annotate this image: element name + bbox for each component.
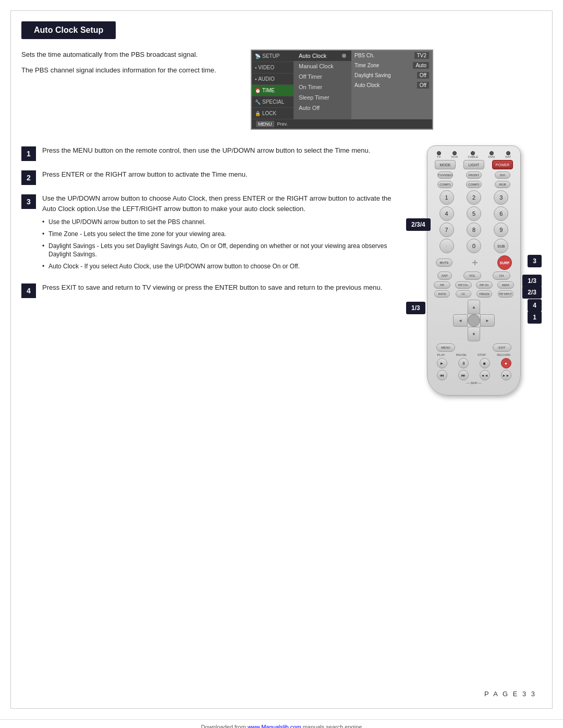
sidebar-audio-label: AUDIO: [258, 76, 275, 82]
step-number-3: 3: [21, 194, 36, 209]
mode-light-power-row: MODE LIGHT POWER: [432, 160, 516, 169]
record-label: RECORD: [497, 353, 510, 356]
tv-menu-inner: 📡 SETUP ▪ VIDEO ▪ AUDIO ⏰: [252, 51, 432, 129]
sap-btn[interactable]: SAP: [437, 272, 452, 280]
spacer: [464, 343, 483, 352]
stop-btn[interactable]: ■: [480, 358, 490, 368]
btn-9[interactable]: 9: [494, 223, 508, 237]
badge-4-container: 4: [528, 299, 542, 312]
audio-icon: ▪: [255, 77, 256, 82]
comp-row: COMP1 COMP2 RGB: [432, 181, 516, 188]
menu-remote-btn[interactable]: MENU: [436, 343, 455, 352]
dvi-btn[interactable]: DVI: [495, 171, 510, 179]
badge-234: 2/3/4: [406, 218, 431, 231]
rgb-btn[interactable]: RGB: [495, 181, 510, 188]
badge-1-container: 1: [528, 311, 542, 324]
plus-h: [472, 262, 478, 263]
ch-btn[interactable]: CH: [493, 272, 510, 280]
badge-234-container: 2/3/4: [406, 218, 431, 231]
menu-btn: MENU: [256, 121, 274, 127]
sidebar-lock-label: LOCK: [262, 110, 276, 116]
surf-btn[interactable]: SURF: [497, 255, 512, 270]
btn-1[interactable]: 1: [439, 190, 454, 205]
front-btn[interactable]: FRONT: [466, 171, 482, 179]
intro-para2: The PBS channel signal includes informat…: [21, 65, 240, 76]
dpad-right[interactable]: ►: [480, 314, 495, 327]
step-number-4: 4: [21, 283, 36, 298]
steps-column: 1 Press the MENU button on the remote co…: [21, 145, 406, 396]
tv-menu-row: 📡 SETUP ▪ VIDEO ▪ AUDIO ⏰: [252, 51, 432, 119]
dpad-center-btn[interactable]: [468, 314, 480, 327]
tv-sidebar: 📡 SETUP ▪ VIDEO ▪ AUDIO ⏰: [252, 51, 293, 119]
remote-column: 2/3/4 1/3 3 1/3 2/3: [406, 145, 542, 396]
lock-icon: 🔒: [255, 111, 261, 116]
pause-btn[interactable]: ⏸: [458, 358, 469, 368]
comp2-btn[interactable]: COMP2: [466, 181, 482, 188]
menu-auto-clock: Auto Clock: [293, 51, 351, 61]
footer-link[interactable]: www.Manualslib.com: [248, 724, 301, 728]
rew2-btn[interactable]: ◄◄: [480, 370, 490, 380]
pip-ch-minus-btn[interactable]: PIP CH-: [476, 281, 493, 289]
number-grid: 1 2 3 4 5 6 7 8 9 · 0 SUB: [432, 190, 516, 253]
remote-body: TV VCR CABLE DVD: [427, 145, 521, 396]
ff-btn[interactable]: ⏭: [458, 370, 469, 380]
intro-text: Sets the time automatically from the PBS…: [21, 50, 240, 80]
swap-btn[interactable]: SWAP: [497, 281, 514, 289]
cc-btn[interactable]: CC: [456, 290, 471, 298]
btn-2[interactable]: 2: [467, 190, 481, 205]
dpad-down[interactable]: ▼: [468, 327, 480, 341]
sidebar-special: 🔧 SPECIAL: [252, 96, 293, 108]
bullet-3: Daylight Savings - Lets you set Daylight…: [42, 242, 396, 260]
btn-5[interactable]: 5: [467, 206, 481, 221]
footer-text: Downloaded from: [201, 724, 248, 728]
menu-auto-off: Auto Off: [293, 103, 351, 113]
record-btn[interactable]: ●: [501, 358, 511, 368]
sidebar-audio: ▪ AUDIO: [252, 73, 293, 85]
page-footer: Downloaded from www.Manualslib.com manua…: [0, 719, 563, 728]
btn-dot[interactable]: ·: [439, 239, 454, 253]
pip-input-btn[interactable]: PIP INPUT: [498, 290, 513, 298]
btn-sub[interactable]: SUB: [494, 239, 508, 253]
mode-btn[interactable]: MODE: [435, 160, 456, 169]
light-btn[interactable]: LIGHT: [463, 160, 484, 169]
special-icon: 🔧: [255, 100, 261, 105]
time-icon: ⏰: [255, 88, 261, 93]
btn-7[interactable]: 7: [439, 223, 454, 237]
ratio-btn[interactable]: RATIO: [434, 290, 450, 298]
ff2-btn[interactable]: ►►: [501, 370, 511, 380]
tv-video-btn[interactable]: TV/VIDEO: [437, 171, 453, 179]
btn-4[interactable]: 4: [439, 206, 454, 221]
mute-btn[interactable]: MUTE: [436, 258, 452, 267]
btn-0[interactable]: 0: [467, 239, 481, 253]
step-number-2: 2: [21, 170, 36, 185]
btn-8[interactable]: 8: [467, 223, 481, 237]
step-number-1: 1: [21, 146, 36, 161]
vol-btn[interactable]: VOL: [463, 272, 481, 280]
dpad-left[interactable]: ◄: [453, 314, 468, 327]
dot-sat: SAT: [505, 151, 511, 158]
btn-3[interactable]: 3: [494, 190, 508, 205]
btn-6[interactable]: 6: [494, 206, 508, 221]
badge-13-bottom-container: 1/3: [406, 302, 425, 314]
page-wrapper: Auto Clock Setup Sets the time automatic…: [10, 10, 553, 709]
rew-btn[interactable]: ⏮: [437, 370, 447, 380]
step-2: 2 Press ENTER or the RIGHT arrow button …: [21, 169, 396, 185]
sidebar-lock: 🔒 LOCK: [252, 108, 293, 119]
ratio-row: RATIO CC FREEZE PIP INPUT: [432, 290, 516, 298]
comp1-btn[interactable]: COMP1: [437, 181, 453, 188]
exit-btn[interactable]: EXIT: [493, 343, 511, 352]
pip-ch-plus-btn[interactable]: PIP CH+: [455, 281, 472, 289]
tv-center-menu: Auto Clock Manual Clock Off Timer On Tim…: [293, 51, 351, 119]
tv-right-panel: PBS Ch. TV2 Time Zone Auto Daylight Savi…: [351, 51, 432, 119]
daylight-row: Daylight Saving Off: [351, 70, 432, 80]
dpad-up[interactable]: ▲: [468, 300, 480, 314]
freeze-btn[interactable]: FREEZE: [476, 290, 492, 298]
mute-surf-row: MUTE SURF: [432, 255, 516, 270]
sidebar-video-label: VIDEO: [258, 65, 274, 70]
badge-13-bottom: 1/3: [406, 302, 425, 314]
power-btn[interactable]: POWER: [492, 160, 513, 169]
play-btn[interactable]: ►: [437, 358, 447, 368]
pip-btn[interactable]: PIP: [434, 281, 450, 289]
skip-label: — SKIP —: [432, 381, 516, 385]
badge-23-container: 2/3: [522, 286, 542, 299]
